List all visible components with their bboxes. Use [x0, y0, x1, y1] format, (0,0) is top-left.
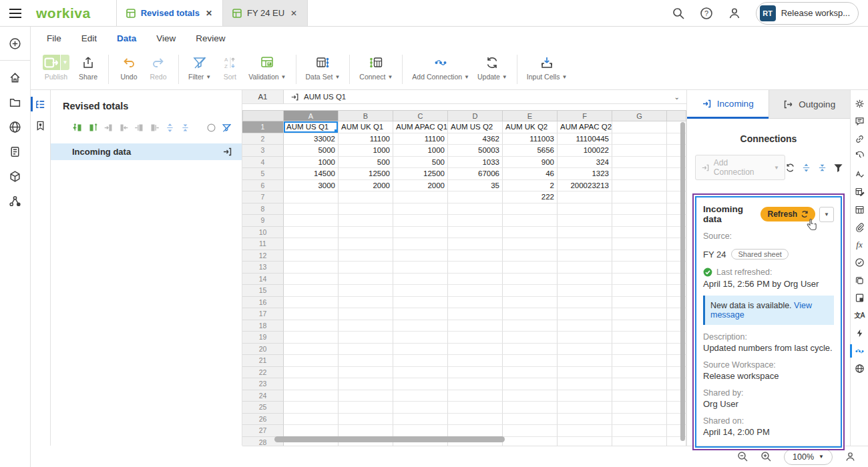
cell-G1[interactable] [612, 121, 667, 133]
cell-E13[interactable] [503, 262, 558, 274]
zoom-level-dropdown[interactable]: 100% ▼ [784, 449, 833, 465]
cell-B7[interactable] [339, 191, 393, 203]
cell-E16[interactable] [503, 297, 558, 309]
cell-A5[interactable]: 14500 [284, 168, 339, 180]
column-header-F[interactable]: F [558, 110, 612, 121]
cell-F5[interactable]: 1323 [558, 168, 612, 180]
row-header-1[interactable]: 1 [242, 121, 284, 133]
menu-data[interactable]: Data [117, 33, 136, 43]
cell-E24[interactable] [503, 390, 558, 402]
cell-G19[interactable] [612, 332, 667, 344]
cell-G7[interactable] [612, 191, 667, 203]
folder-icon[interactable] [5, 92, 25, 112]
cell-A26[interactable] [284, 414, 339, 426]
cell-A9[interactable] [284, 215, 339, 227]
help-icon[interactable]: ? [700, 7, 713, 20]
cell-G26[interactable] [612, 414, 667, 426]
presence-user-icon[interactable] [845, 451, 856, 462]
tab-outgoing[interactable]: Outgoing [769, 90, 851, 119]
cell-B5[interactable]: 12500 [339, 168, 393, 180]
row-header-11[interactable]: 11 [242, 238, 284, 250]
cell-G12[interactable] [612, 250, 667, 262]
menu-view[interactable]: View [156, 33, 176, 43]
insert-column-left-icon[interactable] [72, 122, 83, 133]
cell-G27[interactable] [612, 425, 667, 437]
cell-B21[interactable] [339, 355, 393, 367]
cell-D5[interactable]: 67006 [448, 168, 503, 180]
cell-F19[interactable] [558, 332, 612, 344]
cell-F11[interactable] [558, 238, 612, 250]
spellcheck-icon[interactable] [851, 166, 867, 182]
cell-E8[interactable] [503, 203, 558, 215]
cell-D16[interactable] [448, 297, 503, 309]
cell-G24[interactable] [612, 390, 667, 402]
cell-C3[interactable]: 1000 [393, 145, 448, 157]
move-column-left-icon[interactable] [134, 122, 144, 133]
cell-A17[interactable] [284, 308, 339, 320]
cell-F27[interactable] [558, 425, 612, 437]
link-icon[interactable] [851, 131, 867, 147]
cell-D1[interactable]: AUM US Q2 [448, 121, 503, 133]
cell-D3[interactable]: 50003 [448, 145, 503, 157]
cell-B3[interactable]: 1000 [339, 145, 393, 157]
cell-D21[interactable] [448, 355, 503, 367]
delete-column-left-icon[interactable] [103, 122, 114, 133]
user-icon[interactable] [728, 7, 741, 20]
cell-B11[interactable] [339, 238, 393, 250]
cell-A25[interactable] [284, 402, 339, 414]
cell-G5[interactable] [612, 168, 667, 180]
cell-G11[interactable] [612, 238, 667, 250]
cell-B23[interactable] [339, 378, 393, 390]
cell-A27[interactable] [284, 425, 339, 437]
cell-E11[interactable] [503, 238, 558, 250]
hamburger-menu-icon[interactable] [0, 0, 31, 26]
grid[interactable]: ABCDEFG1AUM US Q1AUM UK Q1AUM APAC Q1AUM… [242, 110, 686, 446]
cell-reference-box[interactable]: A1 [242, 90, 284, 103]
cell-E26[interactable] [503, 414, 558, 426]
zoom-in-icon[interactable] [761, 451, 772, 462]
cell-G15[interactable] [612, 285, 667, 297]
publish-button[interactable]: ▼ Publish [39, 53, 73, 81]
check-circle-icon[interactable] [851, 255, 867, 271]
tab-incoming[interactable]: Incoming [687, 90, 769, 119]
cell-F10[interactable] [558, 227, 612, 239]
cell-G21[interactable] [612, 355, 667, 367]
cell-F8[interactable] [558, 203, 612, 215]
cell-E25[interactable] [503, 402, 558, 414]
cell-D12[interactable] [448, 250, 503, 262]
cell-C16[interactable] [393, 297, 448, 309]
cell-E4[interactable]: 900 [503, 157, 558, 169]
page-icon[interactable] [851, 290, 867, 306]
cell-E23[interactable] [503, 378, 558, 390]
row-header-2[interactable]: 2 [242, 133, 284, 145]
cell-A19[interactable] [284, 332, 339, 344]
cell-A24[interactable] [284, 390, 339, 402]
cell-F26[interactable] [558, 414, 612, 426]
cell-G10[interactable] [612, 227, 667, 239]
cell-G16[interactable] [612, 297, 667, 309]
cell-A16[interactable] [284, 297, 339, 309]
cell-C18[interactable] [393, 320, 448, 332]
cell-A4[interactable]: 1000 [284, 157, 339, 169]
formula-bar-expand-icon[interactable]: ⌄ [674, 93, 680, 101]
refresh-icon[interactable] [785, 163, 795, 173]
cell-C17[interactable] [393, 308, 448, 320]
cell-E22[interactable] [503, 367, 558, 379]
cell-F1[interactable]: AUM APAC Q2 [558, 121, 612, 133]
cell-F24[interactable] [558, 390, 612, 402]
menu-edit[interactable]: Edit [81, 33, 97, 43]
clear-filter-icon[interactable] [221, 122, 232, 133]
update-button[interactable]: Update▼ [473, 53, 511, 81]
row-header-16[interactable]: 16 [242, 297, 284, 309]
cell-C4[interactable]: 500 [393, 157, 448, 169]
cell-E2[interactable]: 111003 [503, 133, 558, 145]
cell-G25[interactable] [612, 402, 667, 414]
row-header-27[interactable]: 27 [242, 425, 284, 437]
row-header-12[interactable]: 12 [242, 250, 284, 262]
cell-E18[interactable] [503, 320, 558, 332]
cell-C23[interactable] [393, 378, 448, 390]
cell-F28[interactable] [558, 437, 612, 446]
insert-column-right-icon[interactable] [87, 122, 98, 133]
cell-G2[interactable] [612, 133, 667, 145]
cell-B20[interactable] [339, 344, 393, 356]
